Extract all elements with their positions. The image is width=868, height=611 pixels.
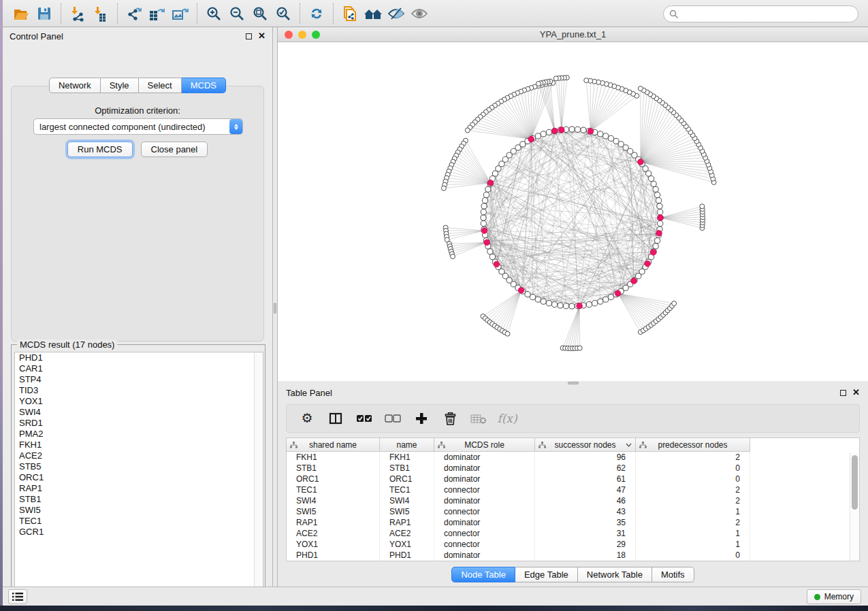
status-bar: Memory [3, 587, 868, 606]
close-panel-icon[interactable]: ✕ [258, 33, 266, 39]
list-item[interactable]: PMA2 [15, 429, 263, 440]
table-row[interactable]: ORC1ORC1dominator610 [287, 474, 859, 484]
list-item[interactable]: CAR1 [15, 363, 263, 374]
tab-edge-table[interactable]: Edge Table [515, 567, 578, 582]
refresh-icon[interactable] [305, 3, 328, 24]
tab-motifs[interactable]: Motifs [652, 567, 694, 582]
window-close-icon[interactable] [285, 31, 293, 39]
list-item[interactable]: STP4 [15, 374, 263, 385]
window-minimize-icon[interactable] [298, 31, 306, 39]
add-icon[interactable] [413, 410, 430, 427]
list-item[interactable]: ORC1 [15, 472, 263, 483]
table-row[interactable]: FKH1FKH1dominator962 [287, 452, 859, 463]
list-item[interactable]: SRD1 [15, 418, 263, 429]
export-table-icon[interactable] [146, 3, 169, 24]
tab-select[interactable]: Select [139, 78, 182, 93]
legacy-home-icon[interactable] [361, 3, 385, 24]
splitter-handle[interactable] [274, 303, 276, 314]
delete-icon[interactable] [442, 410, 458, 427]
tab-style[interactable]: Style [101, 78, 139, 93]
list-item[interactable]: TID3 [15, 385, 263, 396]
close-panel-icon[interactable]: ✕ [852, 389, 860, 396]
zoom-fit-icon[interactable] [248, 3, 272, 24]
search-field[interactable] [663, 5, 858, 22]
list-item[interactable]: YOX1 [15, 396, 263, 407]
toolbar-separator [300, 3, 300, 24]
save-session-icon[interactable] [33, 3, 56, 24]
list-item[interactable]: GCR1 [15, 527, 263, 538]
scrollbar-thumb[interactable] [852, 455, 858, 510]
toolbar-separator [333, 3, 334, 24]
list-item[interactable]: FKH1 [15, 440, 263, 450]
tab-network-table[interactable]: Network Table [578, 567, 652, 582]
list-item[interactable]: ACE2 [15, 450, 263, 461]
network-window: YPA_prune.txt_1 [278, 27, 868, 381]
mcds-panel: Optimization criterion: largest connecte… [11, 86, 264, 342]
export-network-icon[interactable] [123, 3, 146, 24]
window-zoom-icon[interactable] [312, 31, 320, 39]
vertical-splitter[interactable] [272, 27, 278, 587]
table-row[interactable]: TEC1TEC1connector472 [287, 484, 859, 495]
tab-mcds[interactable]: MCDS [182, 78, 226, 93]
tab-node-table[interactable]: Node Table [451, 567, 515, 582]
control-panel-tabs: Network Style Select MCDS [3, 78, 272, 93]
import-network-icon[interactable] [66, 3, 89, 24]
list-item[interactable]: TEC1 [15, 516, 263, 527]
float-panel-icon[interactable] [840, 390, 846, 396]
mcds-result-list[interactable]: PHD1 CAR1 STP4 TID3 YOX1 SWI4 SRD1 PMA2 … [14, 352, 263, 595]
table-panel: Table Panel ✕ ⚙ f(x) shared name name MC… [278, 385, 868, 587]
table-scrollbar[interactable] [850, 452, 858, 561]
task-history-button[interactable] [8, 589, 27, 604]
list-item[interactable]: PHD1 [15, 352, 263, 363]
tab-network[interactable]: Network [49, 78, 101, 93]
table-row[interactable]: ACE2ACE2connector311 [287, 528, 859, 539]
list-item[interactable]: STB5 [15, 461, 263, 472]
column-header-successor-nodes[interactable]: successor nodes [535, 438, 636, 452]
column-header-shared-name[interactable]: shared name [287, 438, 380, 452]
network-graph[interactable] [278, 42, 868, 381]
splitter-handle[interactable] [568, 382, 579, 384]
memory-button[interactable]: Memory [807, 589, 861, 604]
float-panel-icon[interactable] [246, 33, 252, 39]
deselect-all-icon[interactable] [385, 410, 401, 427]
network-canvas[interactable] [278, 42, 868, 381]
table-row[interactable]: SWI4SWI4dominator462 [287, 495, 859, 506]
shared-column-icon [438, 442, 445, 448]
list-item[interactable]: STB1 [15, 494, 263, 505]
column-header-predecessor-nodes[interactable]: predecessor nodes [636, 438, 750, 452]
network-window-titlebar[interactable]: YPA_prune.txt_1 [278, 27, 868, 42]
zoom-selected-icon[interactable] [272, 3, 295, 24]
column-header-mcds-role[interactable]: MCDS role [434, 438, 535, 452]
list-item[interactable]: SWI4 [15, 407, 263, 418]
close-panel-button[interactable]: Close panel [141, 142, 208, 157]
table-row[interactable]: SWI5SWI5connector431 [287, 506, 859, 517]
table-row[interactable]: PHD1PHD1dominator180 [287, 550, 859, 561]
table-row[interactable]: RAP1RAP1dominator352 [287, 517, 859, 528]
export-image-icon[interactable] [169, 3, 192, 24]
memory-label: Memory [824, 592, 854, 601]
toolbar-separator [117, 3, 118, 24]
show-columns-icon[interactable] [327, 410, 344, 427]
open-file-icon[interactable] [10, 3, 33, 24]
zoom-in-icon[interactable] [202, 3, 225, 24]
column-header-name[interactable]: name [380, 438, 434, 452]
search-input[interactable] [682, 7, 858, 21]
run-mcds-button[interactable]: Run MCDS [67, 142, 133, 157]
optimization-criterion-label: Optimization criterion: [12, 105, 263, 116]
import-table-icon[interactable] [89, 3, 112, 24]
table-settings-icon[interactable]: ⚙ [299, 410, 315, 427]
search-icon [669, 10, 679, 19]
table-row[interactable]: YOX1YOX1connector291 [287, 539, 859, 550]
hide-graphics-details-icon[interactable] [385, 3, 408, 24]
toolbar-separator [61, 3, 61, 24]
show-graphics-details-icon[interactable] [408, 3, 431, 24]
clone-network-icon[interactable] [338, 3, 361, 24]
scrollbar[interactable] [254, 352, 263, 595]
zoom-out-icon[interactable] [225, 3, 248, 24]
table-row[interactable]: STB1STB1dominator620 [287, 463, 859, 474]
table-panel-title: Table Panel [286, 388, 332, 398]
select-all-icon[interactable] [356, 410, 372, 427]
list-item[interactable]: SWI5 [15, 505, 263, 516]
list-item[interactable]: RAP1 [15, 483, 263, 494]
optimization-criterion-select[interactable]: largest connected component (undirected) [33, 118, 243, 135]
